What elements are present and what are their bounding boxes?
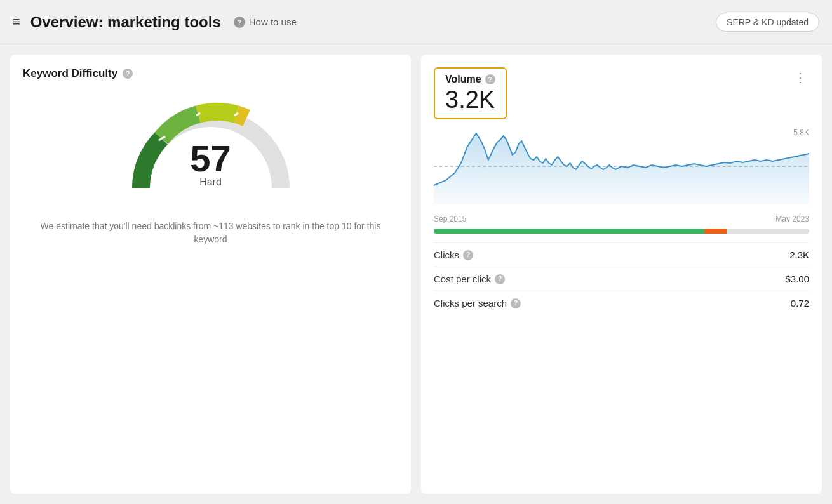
kd-header: Keyword Difficulty ? (23, 67, 133, 80)
volume-title: Volume (445, 74, 481, 85)
gauge-container: 57 Hard (122, 93, 300, 194)
clicks-value: 2.3K (789, 249, 809, 260)
clicks-label: Clicks ? (434, 249, 473, 260)
chart-date-end: May 2023 (775, 215, 809, 223)
serp-kd-badge: SERP & KD updated (716, 13, 819, 32)
cpc-help-icon[interactable]: ? (495, 274, 505, 284)
volume-progress-bar (434, 229, 809, 234)
volume-help-icon[interactable]: ? (485, 74, 495, 84)
cps-row: Clicks per search ? 0.72 (434, 291, 809, 315)
progress-green (434, 229, 704, 234)
keyword-difficulty-card: Keyword Difficulty ? 57 Ha (10, 55, 411, 494)
cps-help-icon[interactable]: ? (511, 298, 521, 308)
kd-description: We estimate that you'll need backlinks f… (23, 220, 398, 246)
menu-icon[interactable]: ≡ (13, 15, 20, 29)
how-to-use-label: How to use (249, 17, 297, 27)
page-title: Overview: marketing tools (30, 13, 221, 31)
cps-label: Clicks per search ? (434, 298, 521, 308)
volume-box: Volume ? 3.2K (434, 67, 507, 119)
volume-card-header: Volume ? 3.2K ⋮ (434, 67, 809, 119)
progress-orange (704, 229, 727, 234)
chart-dates: Sep 2015 May 2023 (434, 215, 809, 223)
cps-label-text: Clicks per search (434, 298, 507, 308)
cpc-value: $3.00 (785, 274, 809, 284)
chart-date-start: Sep 2015 (434, 215, 466, 223)
chart-container: 5.8K (434, 128, 809, 211)
cpc-label: Cost per click ? (434, 274, 505, 284)
volume-card: Volume ? 3.2K ⋮ 5.8K (421, 55, 822, 494)
cps-value: 0.72 (791, 298, 809, 308)
kd-help-icon[interactable]: ? (123, 69, 133, 79)
header: ≡ Overview: marketing tools ? How to use… (0, 0, 832, 44)
cpc-label-text: Cost per click (434, 274, 491, 284)
cpc-row: Cost per click ? $3.00 (434, 267, 809, 291)
more-options-button[interactable]: ⋮ (791, 67, 809, 88)
kd-title: Keyword Difficulty (23, 67, 117, 80)
volume-value: 3.2K (445, 88, 495, 112)
chart-max-label: 5.8K (793, 128, 809, 137)
volume-chart (434, 128, 809, 204)
volume-label-row: Volume ? (445, 74, 495, 85)
how-to-use-link[interactable]: ? How to use (234, 17, 297, 28)
kd-difficulty-label: Hard (199, 176, 222, 188)
main-content: Keyword Difficulty ? 57 Ha (0, 44, 832, 504)
clicks-row: Clicks ? 2.3K (434, 242, 809, 267)
help-icon: ? (234, 17, 245, 28)
clicks-help-icon[interactable]: ? (463, 250, 473, 260)
kd-score: 57 (190, 137, 231, 180)
clicks-label-text: Clicks (434, 249, 459, 260)
